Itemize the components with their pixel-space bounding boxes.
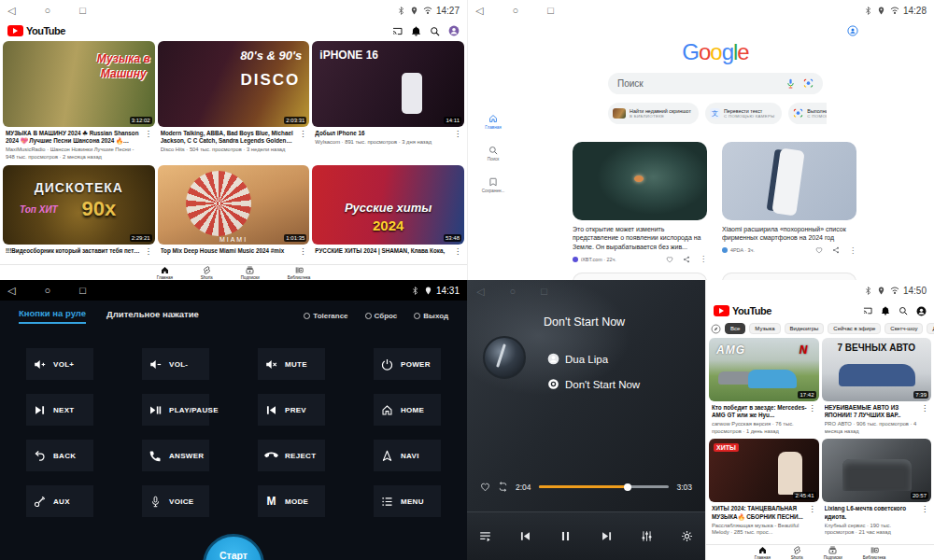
more-options-icon[interactable]: ⋮ xyxy=(143,247,154,256)
album-art[interactable] xyxy=(483,336,526,379)
repeat-icon[interactable] xyxy=(498,482,508,492)
previous-track-icon[interactable] xyxy=(519,530,531,542)
wheel-key-reject[interactable]: REJECT xyxy=(258,440,325,471)
video-title[interactable]: Modern Talking, ABBA, Bad Boys Blue, Mic… xyxy=(161,130,298,145)
artist-name[interactable]: Dua Lipa xyxy=(565,354,608,365)
tab-wheel-buttons[interactable]: Кнопки на руле xyxy=(19,308,86,324)
album-name[interactable]: Don't Start Now xyxy=(565,379,640,390)
more-options-icon[interactable]: ⋮ xyxy=(452,130,463,147)
chip-all[interactable]: Все xyxy=(725,323,745,334)
voice-search-icon[interactable] xyxy=(785,78,796,89)
video-card[interactable]: 20:57 Lixiang L6-мечта советского идиота… xyxy=(822,439,932,536)
wheel-key-home[interactable]: HOME xyxy=(374,394,441,426)
more-options-icon[interactable]: ⋮ xyxy=(807,404,818,435)
video-card[interactable]: AMG N 17:42 Кто победит в заезде: Merced… xyxy=(709,338,819,435)
more-options-icon[interactable]: ⋮ xyxy=(297,130,308,154)
chip-sketch[interactable]: Скетч-шоу xyxy=(884,323,923,334)
progress-bar[interactable] xyxy=(539,485,670,488)
chip-lens-action[interactable]: ВыполниС ПОМОЩ xyxy=(788,103,827,124)
youtube-logo-icon[interactable] xyxy=(714,305,729,316)
chip-live[interactable]: Сейчас в эфире xyxy=(828,323,881,334)
wheel-key-vol-plus[interactable]: VOL+ xyxy=(26,348,93,380)
cast-icon[interactable] xyxy=(863,306,872,315)
video-card[interactable]: ХИТЫ 2:45:41 ХИТЫ 2024: ТАНЦЕВАЛЬНАЯ МУЗ… xyxy=(709,439,819,536)
wheel-key-mute[interactable]: MUTE xyxy=(258,348,325,380)
favorite-icon[interactable] xyxy=(480,482,490,492)
pause-icon[interactable] xyxy=(559,530,572,542)
wheel-key-voice[interactable]: VOICE xyxy=(142,485,209,517)
video-card[interactable]: 7 ВЕЧНЫХ АВТО 7:39 НЕУБИВАЕМЫЕ АВТО ИЗ Я… xyxy=(822,338,932,435)
video-title[interactable]: РУССКИЕ ХИТЫ 2024 | SHAMAN, Клава Кока, xyxy=(315,247,452,255)
wheel-key-play-pause[interactable]: PLAY/PAUSE xyxy=(142,394,209,426)
more-options-icon[interactable]: ⋮ xyxy=(849,246,856,255)
video-card[interactable]: 80's & 90's DISCO 2:03:31 Modern Talking… xyxy=(158,41,310,161)
nav-library[interactable]: Библиотека xyxy=(288,266,310,280)
article-image[interactable] xyxy=(573,142,707,220)
queue-icon[interactable] xyxy=(479,530,491,542)
like-icon[interactable] xyxy=(815,246,823,254)
wheel-key-prev[interactable]: PREV xyxy=(258,394,325,426)
chip-gaming[interactable]: Видеоигры xyxy=(785,323,825,334)
wheel-key-navi[interactable]: NAVI xyxy=(374,440,441,471)
reset-button[interactable]: Сброс xyxy=(365,312,398,320)
more-options-icon[interactable]: ⋮ xyxy=(143,130,154,161)
more-options-icon[interactable]: ⋮ xyxy=(700,255,707,263)
notifications-icon[interactable] xyxy=(411,26,421,36)
chip-music[interactable]: Музыка xyxy=(749,323,780,334)
rail-saved[interactable]: Сохранен... xyxy=(474,177,513,193)
share-icon[interactable] xyxy=(683,256,690,263)
chip-home-repair[interactable]: Дом и ремонт xyxy=(927,323,934,334)
android-nav-keys[interactable]: ◁○□ xyxy=(467,280,705,298)
nav-subscriptions[interactable]: Подписки xyxy=(241,266,260,280)
video-title[interactable]: ХИТЫ 2024: ТАНЦЕВАЛЬНАЯ МУЗЫКА🔥 СБОРНИК … xyxy=(712,505,807,520)
settings-gear-icon[interactable] xyxy=(681,530,693,542)
article-image[interactable] xyxy=(722,142,856,220)
nav-subscriptions[interactable]: Подписки xyxy=(824,546,842,560)
like-icon[interactable] xyxy=(666,256,673,263)
wheel-key-next[interactable]: NEXT xyxy=(26,394,93,426)
exit-button[interactable]: Выход xyxy=(414,312,448,320)
more-options-icon[interactable]: ⋮ xyxy=(452,247,463,256)
notifications-icon[interactable] xyxy=(881,306,890,315)
share-icon[interactable] xyxy=(832,246,840,254)
rail-search[interactable]: Поиск xyxy=(474,146,513,161)
wheel-key-answer[interactable]: ANSWER xyxy=(142,440,209,471)
video-title[interactable]: Lixiang L6-мечта советского идиота. xyxy=(825,505,920,520)
video-card[interactable]: Музыка вМашину 3:12:02 МУЗЫКА В МАШИНУ 2… xyxy=(3,41,155,161)
nav-shorts[interactable]: Shorts xyxy=(201,266,213,280)
article-title[interactable]: Xiaomi расширила «похоронный» список фир… xyxy=(722,225,856,243)
profile-avatar[interactable] xyxy=(448,25,460,36)
equalizer-icon[interactable] xyxy=(641,530,653,542)
profile-avatar[interactable] xyxy=(916,306,927,316)
article-card[interactable]: Xiaomi расширила «похоронный» список фир… xyxy=(722,142,856,263)
google-lens-icon[interactable] xyxy=(803,78,814,89)
video-card[interactable]: MIAMI 1:01:35 Top Mix Deep House Miami M… xyxy=(158,165,310,256)
nav-library[interactable]: Библиотека xyxy=(863,546,885,560)
explore-compass-icon[interactable] xyxy=(711,324,721,334)
wheel-key-back[interactable]: BACK xyxy=(26,440,93,471)
more-options-icon[interactable]: ⋮ xyxy=(919,505,930,536)
video-card[interactable]: Русские хиты 2024 53:48 РУССКИЕ ХИТЫ 202… xyxy=(312,165,464,256)
more-options-icon[interactable]: ⋮ xyxy=(919,404,930,435)
nav-shorts[interactable]: Shorts xyxy=(791,546,803,560)
wheel-key-aux[interactable]: AUX xyxy=(26,485,93,517)
video-title[interactable]: НЕУБИВАЕМЫЕ АВТО ИЗ ЯПОНИИ! 7 ЛУЧШИХ ВАР… xyxy=(825,404,920,419)
start-button[interactable]: Старт xyxy=(203,534,264,560)
chip-find-screenshot[interactable]: Найти недавний скриншотВ БИБЛИОТЕКЕ xyxy=(608,103,699,124)
video-title[interactable]: Кто победит в заезде: Mercedes-AMG GT ил… xyxy=(712,404,807,419)
android-nav-keys[interactable]: ◁ ○ □ xyxy=(7,5,99,17)
tab-long-press[interactable]: Длительное нажатие xyxy=(106,309,199,323)
android-nav-keys[interactable]: ◁ ○ □ xyxy=(475,5,567,17)
article-card[interactable]: Это открытие может изменить представлени… xyxy=(573,142,707,263)
wheel-key-power[interactable]: POWER xyxy=(374,348,441,380)
search-bar[interactable]: Поиск xyxy=(608,73,823,94)
video-title[interactable]: Добыл iPhone 16 xyxy=(315,130,452,137)
video-title[interactable]: !!!Видеосборник который заставит тебя пе… xyxy=(6,247,143,255)
wheel-key-menu[interactable]: MENU xyxy=(374,485,441,517)
search-icon[interactable] xyxy=(899,306,908,315)
youtube-wordmark[interactable]: YouTube xyxy=(732,305,771,316)
account-avatar[interactable] xyxy=(847,25,858,36)
cast-icon[interactable] xyxy=(392,26,403,36)
video-card[interactable]: iPHONE 16 14:11 Добыл iPhone 16 Wylsacom… xyxy=(312,41,464,161)
video-card[interactable]: ДИСКОТЕКА 90х Топ ХИТ 2:29:21 !!!Видеосб… xyxy=(3,165,155,256)
